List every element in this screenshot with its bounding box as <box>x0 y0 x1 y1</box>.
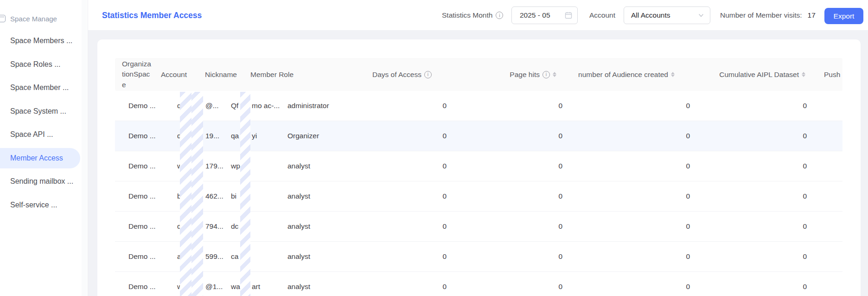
cell-cumulative-aipl: 0 <box>696 272 812 296</box>
cell-cumulative-aipl: 0 <box>696 212 812 241</box>
cell-organization: Demo ... <box>115 272 153 296</box>
cell-days-of-access: 0 <box>315 242 452 271</box>
sidebar-header-label: Space Manage <box>10 15 57 23</box>
cell-member-role: Organizer <box>250 121 315 151</box>
cell-member-role: analyst <box>250 151 315 181</box>
statistics-month-label-group: Statistics Month i <box>442 0 503 31</box>
nickname-redaction-stripes <box>240 92 250 296</box>
account-label: Account <box>589 11 615 19</box>
cell-page-hits: 0 <box>452 121 568 151</box>
sidebar-item-label: Sending mailbox ... <box>10 177 73 186</box>
member-visits-value: 17 <box>808 11 816 19</box>
table-row: Demo ... w......@1... waart analyst 0 0 … <box>115 272 842 296</box>
cell-days-of-access: 0 <box>315 181 452 211</box>
cell-page-hits: 0 <box>452 181 568 211</box>
cell-member-role: analyst <box>250 242 315 271</box>
col-header-label: Nickname <box>205 71 237 79</box>
sidebar-header: Space Manage <box>1 12 57 25</box>
cell-audience-created: 0 <box>568 212 696 241</box>
cell-push <box>812 272 842 296</box>
cell-member-role: analyst <box>250 181 315 211</box>
col-header-label: Cumulative AIPL Dataset <box>719 71 799 79</box>
sidebar-item-self-service[interactable]: Self-service ... <box>10 195 57 215</box>
sidebar-item-label: Space API ... <box>10 130 53 139</box>
export-button[interactable]: Export <box>824 8 863 24</box>
col-header-label: Days of Access <box>372 71 421 79</box>
sidebar-item-space-members[interactable]: Space Members ... <box>10 31 72 51</box>
col-header-organization-space: OrganizationSpace <box>115 59 153 90</box>
statistics-month-info-icon[interactable]: i <box>496 12 503 19</box>
cell-organization: Demo ... <box>115 212 153 241</box>
member-visits-label: Number of Member visits: <box>720 11 802 19</box>
sidebar-scroll-gutter <box>82 0 87 296</box>
cell-organization: Demo ... <box>115 121 153 151</box>
col-header-push: Push <box>812 71 842 79</box>
table-row: Demo ... b462... bi analyst 0 0 0 0 <box>115 181 842 212</box>
col-header-cumulative-aipl: Cumulative AIPL Dataset <box>696 71 812 79</box>
cell-cumulative-aipl: 0 <box>696 151 812 181</box>
table-body: Demo ... q@... Qfmo ac-... administrator… <box>115 91 842 296</box>
col-header-days-of-access: Days of Access i <box>315 71 452 79</box>
cell-page-hits: 0 <box>452 151 568 181</box>
nickname-left: bi <box>231 192 236 200</box>
cell-page-hits: 0 <box>452 91 568 121</box>
sidebar-item-label: Self-service ... <box>10 201 57 209</box>
statistics-month-picker[interactable]: 2025 - 05 <box>511 6 578 24</box>
nickname-left: Qf <box>231 102 238 109</box>
member-visits-counter: Number of Member visits: 17 <box>720 0 816 31</box>
app-window: Space Manage Space Members ... Space Rol… <box>0 0 868 296</box>
cell-page-hits: 0 <box>452 212 568 241</box>
cell-days-of-access: 0 <box>315 91 452 121</box>
cell-member-role: analyst <box>250 272 315 296</box>
cell-organization: Demo ... <box>115 181 153 211</box>
account-select[interactable]: All Accounts <box>624 6 710 24</box>
col-header-member-role: Member Role <box>250 71 315 79</box>
cell-push <box>812 242 842 271</box>
cell-member-role: analyst <box>250 212 315 241</box>
cell-audience-created: 0 <box>568 181 696 211</box>
cell-days-of-access: 0 <box>315 121 452 151</box>
cell-days-of-access: 0 <box>315 272 452 296</box>
sort-carets-icon[interactable] <box>671 72 675 77</box>
cell-push <box>812 212 842 241</box>
sort-carets-icon[interactable] <box>553 72 556 77</box>
sidebar-item-sending-mailbox[interactable]: Sending mailbox ... <box>10 171 73 192</box>
sidebar-item-space-roles[interactable]: Space Roles ... <box>10 54 61 75</box>
cell-audience-created: 0 <box>568 272 696 296</box>
page-title: Statistics Member Access <box>102 0 202 31</box>
table-header-row: OrganizationSpace Account Nickname Membe… <box>115 58 842 91</box>
cell-organization: Demo ... <box>115 151 153 181</box>
sidebar-item-label: Space Member ... <box>10 84 69 92</box>
content-area: OrganizationSpace Account Nickname Membe… <box>88 31 868 296</box>
cell-push <box>812 121 842 151</box>
sidebar-item-label: Space Roles ... <box>10 60 61 69</box>
col-header-label: Member Role <box>250 71 294 79</box>
cell-page-hits: 0 <box>452 242 568 271</box>
col-header-nickname: Nickname <box>205 71 250 79</box>
col-header-page-hits: Page hits i <box>452 71 568 79</box>
page-hits-info-icon[interactable]: i <box>542 71 550 78</box>
col-header-label: Push <box>824 71 840 79</box>
cell-page-hits: 0 <box>452 272 568 296</box>
sidebar-item-space-api[interactable]: Space API ... <box>10 124 53 145</box>
cell-audience-created: 0 <box>568 242 696 271</box>
days-of-access-info-icon[interactable]: i <box>424 71 432 78</box>
col-header-label: Account <box>161 71 187 79</box>
cell-days-of-access: 0 <box>315 212 452 241</box>
col-header-label: Page hits <box>510 71 540 79</box>
cell-audience-created: 0 <box>568 91 696 121</box>
col-header-audience-created: number of Audience created <box>568 71 696 79</box>
account-label-group: Account <box>589 0 615 31</box>
calendar-icon <box>565 12 572 19</box>
table-row: Demo ... d794... dc analyst 0 0 0 0 <box>115 212 842 242</box>
nickname-left: ca <box>231 252 238 260</box>
sidebar-item-space-member[interactable]: Space Member ... <box>10 77 69 98</box>
nickname-left: wp <box>231 162 240 170</box>
sort-carets-icon[interactable] <box>802 72 805 77</box>
table-row: Demo ... a599... ca analyst 0 0 0 0 <box>115 242 842 272</box>
account-select-value: All Accounts <box>631 11 670 19</box>
sidebar-item-member-access[interactable]: Member Access <box>0 148 80 168</box>
account-redaction-stripes <box>180 92 203 296</box>
sidebar-item-space-system[interactable]: Space System ... <box>10 101 66 122</box>
cell-cumulative-aipl: 0 <box>696 181 812 211</box>
